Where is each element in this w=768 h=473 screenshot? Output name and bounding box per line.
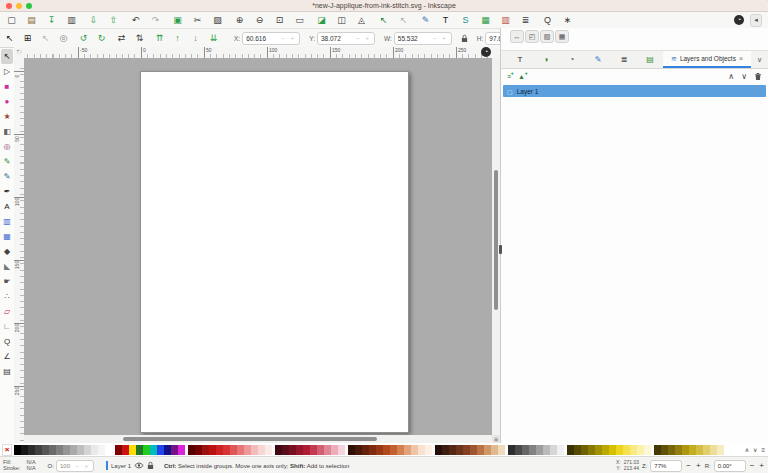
color-swatch[interactable] [84, 445, 91, 455]
tab-align-distribute[interactable]: ≣ [611, 51, 637, 68]
paint-bucket-tool[interactable]: ◣ [1, 259, 13, 274]
color-swatch[interactable] [42, 445, 49, 455]
color-swatch[interactable] [536, 445, 543, 455]
color-swatch[interactable] [70, 445, 77, 455]
color-swatch[interactable] [710, 445, 717, 455]
palette-scroll-up-button[interactable]: ∧ [744, 446, 750, 453]
color-swatch[interactable] [376, 445, 383, 455]
connector-tool[interactable]: ∟ [1, 319, 13, 334]
color-swatch[interactable] [390, 445, 397, 455]
width-input[interactable]: 55.532 − + [394, 32, 452, 45]
palette-menu-button[interactable]: ≡ [760, 447, 766, 453]
scale-corners-toggle[interactable]: ◰ [525, 30, 539, 43]
palette-scroll-down-button[interactable]: ∨ [752, 446, 758, 453]
add-group-button[interactable]: ▲+ [518, 73, 525, 80]
paste-button[interactable]: ▨ [212, 14, 223, 26]
color-swatch[interactable] [105, 445, 112, 455]
rotate-ccw-button[interactable]: − [749, 461, 756, 470]
move-patterns-toggle[interactable]: ▦ [555, 30, 569, 43]
spiral-tool[interactable]: ◎ [1, 139, 13, 154]
panel-resize-handle[interactable] [499, 245, 502, 254]
ellipse-tool[interactable]: ● [1, 94, 13, 109]
horizontal-ruler[interactable]: -50050100150200250 [24, 47, 492, 58]
text-tool[interactable]: A [1, 199, 13, 214]
color-swatch[interactable] [14, 445, 21, 455]
vertical-ruler[interactable]: 050100150200250 [14, 58, 24, 443]
color-swatch[interactable] [28, 445, 35, 455]
color-swatch[interactable] [244, 445, 251, 455]
color-swatch[interactable] [449, 445, 456, 455]
x-stepper[interactable]: − + [281, 35, 296, 41]
color-swatch[interactable] [717, 445, 724, 455]
mesh-tool[interactable]: ▦ [1, 229, 13, 244]
tab-xml-editor[interactable]: ✎ [585, 51, 611, 68]
color-swatch[interactable] [425, 445, 432, 455]
color-swatch[interactable] [442, 445, 449, 455]
horizontal-scrollbar-thumb[interactable] [123, 437, 377, 441]
calligraphy-tool[interactable]: ✒ [1, 184, 13, 199]
zoom-page-width-button[interactable]: ▭ [294, 14, 305, 26]
color-swatch[interactable] [338, 445, 345, 455]
document-properties-button[interactable]: ▥ [500, 14, 511, 26]
zoom-page-button[interactable]: ⊡ [274, 14, 285, 26]
document-page[interactable] [140, 71, 409, 433]
color-swatch[interactable] [331, 445, 338, 455]
color-swatch[interactable] [574, 445, 581, 455]
zoom-in-button[interactable]: + [695, 461, 702, 470]
cut-button[interactable]: ✂ [192, 14, 203, 26]
node-tool[interactable]: ▷ [1, 64, 13, 79]
zoom-out-button[interactable]: − [685, 461, 692, 470]
color-swatch[interactable] [77, 445, 84, 455]
select-all-layers-button[interactable]: ⊞ [22, 32, 33, 44]
color-swatch[interactable] [35, 445, 42, 455]
w-stepper[interactable]: − + [433, 35, 448, 41]
selection-touch-button[interactable]: ◎ [58, 32, 69, 44]
delete-layer-button[interactable] [754, 72, 762, 81]
save-document-button[interactable]: ↧ [46, 14, 57, 26]
tab-document-properties[interactable]: ▤ [637, 51, 663, 68]
color-swatch[interactable] [258, 445, 265, 455]
eraser-tool[interactable]: ▱ [1, 304, 13, 319]
color-swatch[interactable] [115, 445, 122, 455]
color-swatch[interactable] [216, 445, 223, 455]
color-swatch[interactable] [296, 445, 303, 455]
minimize-button[interactable] [16, 3, 22, 9]
move-gradients-toggle[interactable]: ▧ [540, 30, 554, 43]
color-swatch[interactable] [223, 445, 230, 455]
flip-vertical-button[interactable]: ⇅ [134, 32, 145, 44]
color-swatch[interactable] [188, 445, 195, 455]
color-swatch[interactable] [230, 445, 237, 455]
unlink-clone-button[interactable]: ◬ [356, 14, 367, 26]
color-swatch[interactable] [588, 445, 595, 455]
color-swatch[interactable] [529, 445, 536, 455]
zoom-drawing-button[interactable]: ⊖ [254, 14, 265, 26]
star-tool[interactable]: ★ [1, 109, 13, 124]
color-swatch[interactable] [654, 445, 661, 455]
color-swatch[interactable] [411, 445, 418, 455]
close-button[interactable] [6, 3, 12, 9]
y-stepper[interactable]: − + [356, 35, 371, 41]
zoom-tool[interactable]: Q [1, 334, 13, 349]
color-swatch[interactable] [456, 445, 463, 455]
opacity-stepper[interactable]: − + [75, 463, 90, 469]
color-swatch[interactable] [164, 445, 171, 455]
color-swatch[interactable] [397, 445, 404, 455]
color-swatch[interactable] [49, 445, 56, 455]
align-distribute-button[interactable]: ≣ [520, 14, 531, 26]
fill-stroke-dialog-button[interactable]: ✎ [420, 14, 431, 26]
tab-trace-bitmap[interactable]: ◔ [559, 51, 585, 68]
pen-tool[interactable]: ✎ [1, 169, 13, 184]
color-swatch[interactable] [550, 445, 557, 455]
color-swatch[interactable] [418, 445, 425, 455]
color-swatch[interactable] [470, 445, 477, 455]
create-clone-button[interactable]: ◫ [336, 14, 347, 26]
gradient-tool[interactable]: ▥ [1, 214, 13, 229]
commands-overflow-button[interactable]: ◂ [750, 14, 762, 27]
deselect-button[interactable]: ↖ [398, 14, 409, 26]
color-swatch[interactable] [644, 445, 651, 455]
pencil-tool[interactable]: ✎ [1, 154, 13, 169]
box-3d-tool[interactable]: ◧ [1, 124, 13, 139]
drawing-canvas[interactable] [24, 58, 492, 435]
fill-stroke-indicator[interactable]: Fill: N/A Stroke: N/A [3, 460, 36, 472]
guide-lock-toggle[interactable]: ⎋ [14, 47, 24, 58]
